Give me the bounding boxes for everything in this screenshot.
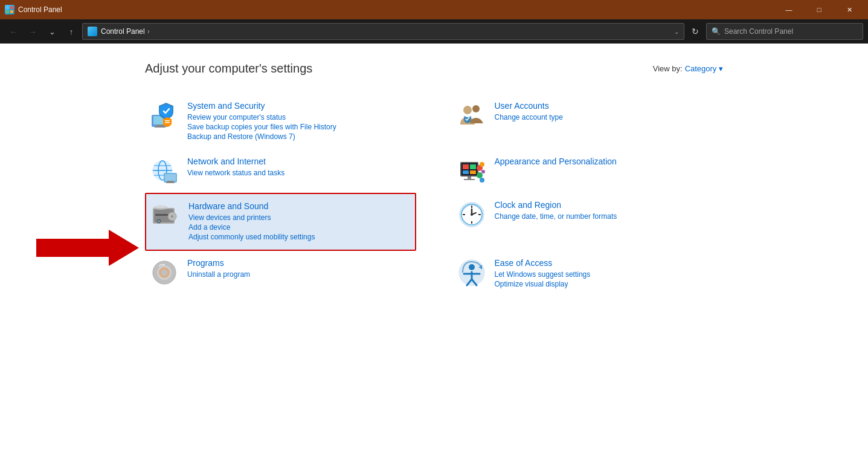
- user-accounts-text: User Accounts Change account type: [495, 101, 719, 123]
- addressbar: ← → ⌄ ↑ Control Panel › ⌄ ↻ 🔍 Search Con…: [0, 19, 868, 44]
- search-box[interactable]: 🔍 Search Control Panel: [706, 23, 863, 40]
- svg-rect-38: [155, 214, 169, 216]
- system-security-title[interactable]: System and Security: [187, 101, 411, 111]
- address-chevron-icon: ⌄: [674, 28, 679, 35]
- forward-button[interactable]: →: [24, 23, 41, 40]
- search-icon: 🔍: [712, 27, 721, 36]
- svg-point-45: [154, 206, 167, 209]
- svg-rect-1: [10, 6, 13, 9]
- user-accounts-title[interactable]: User Accounts: [495, 101, 719, 111]
- svg-point-34: [480, 178, 484, 183]
- svg-point-60: [161, 270, 167, 276]
- category-user-accounts[interactable]: User Accounts Change account type: [452, 94, 724, 149]
- system-backup-link[interactable]: Save backup copies your files with File …: [187, 123, 411, 131]
- minimize-button[interactable]: —: [775, 0, 803, 19]
- appearance-icon: [457, 157, 486, 186]
- ease-of-access-title[interactable]: Ease of Access: [495, 258, 719, 268]
- network-text: Network and Internet View network status…: [187, 157, 411, 178]
- page-title: Adjust your computer's settings: [145, 62, 312, 76]
- clock-region-icon: [457, 200, 486, 229]
- category-system-security[interactable]: System and Security Review your computer…: [145, 94, 416, 149]
- svg-rect-29: [468, 176, 471, 179]
- svg-point-12: [472, 105, 480, 112]
- user-accounts-icon: [457, 101, 486, 130]
- svg-rect-21: [166, 182, 175, 183]
- view-by-dropdown[interactable]: Category ▾: [685, 64, 723, 73]
- svg-point-11: [463, 106, 472, 114]
- svg-rect-26: [470, 164, 476, 169]
- clock-region-text: Clock and Region Change date, time, or n…: [495, 200, 719, 222]
- view-by-label: View by:: [653, 64, 683, 73]
- search-placeholder: Search Control Panel: [724, 27, 793, 36]
- titlebar-title: Control Panel: [18, 5, 62, 14]
- up-button[interactable]: ↑: [63, 23, 80, 40]
- red-arrow: [36, 227, 139, 271]
- svg-rect-20: [167, 181, 173, 182]
- user-change-link[interactable]: Change account type: [495, 113, 719, 121]
- svg-rect-3: [10, 10, 13, 13]
- svg-point-62: [469, 264, 475, 270]
- address-box[interactable]: Control Panel › ⌄: [82, 23, 684, 40]
- svg-rect-7: [156, 125, 164, 126]
- system-review-link[interactable]: Review your computer's status: [187, 113, 411, 121]
- ease-visual-link[interactable]: Optimize visual display: [495, 280, 719, 288]
- network-title[interactable]: Network and Internet: [187, 157, 411, 166]
- hardware-mobility-link[interactable]: Adjust commonly used mobility settings: [188, 233, 410, 241]
- category-clock-region[interactable]: Clock and Region Change date, time, or n…: [452, 193, 724, 251]
- svg-rect-9: [165, 120, 170, 121]
- svg-point-35: [481, 170, 485, 173]
- network-icon: [150, 157, 179, 186]
- address-icon: [88, 27, 97, 36]
- svg-rect-28: [470, 170, 476, 174]
- svg-point-43: [158, 221, 160, 222]
- programs-icon: [150, 258, 179, 287]
- svg-rect-30: [464, 179, 475, 180]
- hardware-sound-text: Hardware and Sound View devices and prin…: [188, 201, 410, 242]
- svg-rect-22: [165, 174, 176, 181]
- svg-rect-2: [6, 10, 9, 13]
- svg-point-54: [471, 213, 473, 216]
- programs-title[interactable]: Programs: [187, 258, 411, 268]
- network-status-link[interactable]: View network status and tasks: [187, 169, 411, 177]
- main-content: Adjust your computer's settings View by:…: [0, 44, 868, 463]
- hardware-sound-icon: [151, 201, 180, 230]
- recent-button[interactable]: ⌄: [43, 23, 60, 40]
- category-programs[interactable]: Programs Uninstall a program: [145, 251, 416, 297]
- system-security-text: System and Security Review your computer…: [187, 101, 411, 142]
- back-button[interactable]: ←: [5, 23, 22, 40]
- category-appearance[interactable]: Appearance and Personalization: [452, 149, 724, 193]
- svg-rect-8: [155, 126, 166, 128]
- ease-of-access-text: Ease of Access Let Windows suggest setti…: [495, 258, 719, 290]
- clock-date-link[interactable]: Change date, time, or number formats: [495, 212, 719, 221]
- ease-suggest-link[interactable]: Let Windows suggest settings: [495, 270, 719, 279]
- programs-text: Programs Uninstall a program: [187, 258, 411, 280]
- hardware-sound-title[interactable]: Hardware and Sound: [188, 201, 410, 211]
- maximize-button[interactable]: □: [805, 0, 833, 19]
- svg-rect-27: [463, 170, 469, 174]
- titlebar-controls: — □ ✕: [775, 0, 863, 19]
- svg-rect-10: [165, 122, 170, 123]
- view-by: View by: Category ▾: [653, 64, 723, 73]
- svg-rect-0: [6, 6, 9, 9]
- svg-marker-4: [36, 230, 139, 266]
- app-icon: [5, 5, 14, 15]
- appearance-title[interactable]: Appearance and Personalization: [495, 157, 719, 166]
- page-header: Adjust your computer's settings View by:…: [145, 62, 723, 76]
- category-network[interactable]: Network and Internet View network status…: [145, 149, 416, 193]
- titlebar: Control Panel — □ ✕: [0, 0, 868, 19]
- hardware-add-link[interactable]: Add a device: [188, 223, 410, 232]
- address-text: Control Panel: [101, 27, 145, 36]
- category-hardware-sound[interactable]: Hardware and Sound View devices and prin…: [145, 193, 416, 251]
- refresh-button[interactable]: ↻: [687, 23, 704, 40]
- appearance-text: Appearance and Personalization: [495, 157, 719, 169]
- category-ease-of-access[interactable]: Ease of Access Let Windows suggest setti…: [452, 251, 724, 297]
- programs-uninstall-link[interactable]: Uninstall a program: [187, 270, 411, 279]
- hardware-devices-link[interactable]: View devices and printers: [188, 213, 410, 222]
- system-security-icon: [150, 101, 179, 130]
- svg-point-32: [477, 172, 483, 178]
- clock-region-title[interactable]: Clock and Region: [495, 200, 719, 210]
- svg-rect-25: [463, 164, 469, 169]
- titlebar-left: Control Panel: [5, 5, 62, 15]
- system-restore-link[interactable]: Backup and Restore (Windows 7): [187, 132, 411, 141]
- close-button[interactable]: ✕: [835, 0, 863, 19]
